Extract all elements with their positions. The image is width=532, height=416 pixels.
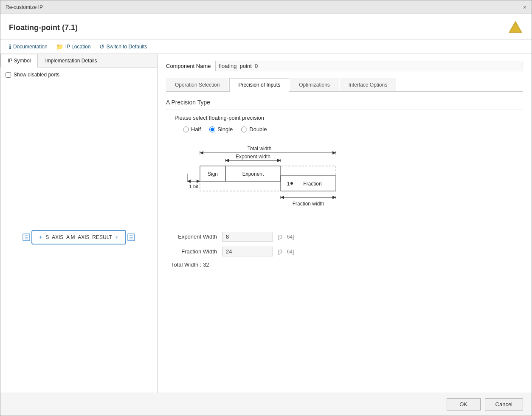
switch-defaults-label: Switch to Defaults [107, 44, 147, 50]
total-width-label: Total Width : 32 [171, 261, 209, 268]
section-header: A Precision Type [166, 99, 523, 110]
left-panel-tabs: IP Symbol Implementation Details [0, 54, 157, 67]
tabs-bar: Operation Selection Precision of Inputs … [166, 78, 523, 92]
radio-group: Half Single Double [183, 126, 523, 132]
documentation-button[interactable]: ℹ Documentation [9, 43, 48, 50]
show-disabled-row: Show disabled ports [0, 67, 157, 82]
tab-precision-of-inputs[interactable]: Precision of Inputs [229, 78, 289, 92]
radio-double-label: Double [249, 126, 267, 132]
tab-interface-options[interactable]: Interface Options [340, 78, 396, 91]
main-window: Re-customize IP × Floating-point (7.1) ℹ… [0, 0, 532, 416]
exponent-width-row: Exponent Width [0 - 64] [166, 232, 523, 242]
component-name-row: Component Name [166, 61, 523, 71]
right-panel: Component Name Operation Selection Preci… [158, 54, 532, 393]
svg-marker-39 [281, 196, 284, 199]
tab-optimizations[interactable]: Optimizations [290, 78, 339, 91]
refresh-icon: ↺ [99, 43, 104, 50]
precision-question: Please select floating-point precision [175, 115, 523, 121]
svg-text:1-bit: 1-bit [189, 184, 198, 189]
close-button[interactable]: × [523, 4, 526, 11]
radio-single-input[interactable] [209, 126, 215, 132]
component-name-input[interactable] [215, 61, 524, 71]
component-name-label: Component Name [166, 63, 211, 69]
right-port-icon [127, 233, 135, 242]
fraction-width-input[interactable] [222, 247, 273, 256]
left-port-icon [22, 233, 31, 242]
radio-double-input[interactable] [241, 126, 247, 132]
show-disabled-label: Show disabled ports [14, 72, 59, 78]
diagram-svg: Total width Exponent width Sign [183, 143, 361, 223]
svg-marker-21 [277, 159, 281, 162]
svg-marker-20 [225, 159, 229, 162]
total-width-row: Total Width : 32 [166, 261, 523, 268]
fraction-width-row: Fraction Width [0 - 64] [166, 247, 523, 256]
ip-location-label: IP Location [65, 44, 91, 50]
documentation-label: Documentation [13, 44, 48, 50]
fraction-width-range: [0 - 64] [278, 249, 294, 255]
title-bar: Re-customize IP × [0, 0, 532, 14]
radio-single-label: Single [217, 126, 233, 132]
radio-double[interactable]: Double [241, 126, 267, 132]
radio-half-input[interactable] [183, 126, 189, 132]
toolbar: ℹ Documentation 📁 IP Location ↺ Switch t… [0, 40, 532, 54]
svg-marker-30 [197, 180, 200, 183]
info-icon: ℹ [9, 43, 11, 50]
plus-right-icon: + [115, 234, 118, 240]
plus-left-icon: + [39, 234, 42, 240]
svg-marker-14 [200, 151, 203, 155]
title-bar-text: Re-customize IP [6, 4, 43, 10]
svg-text:Fraction: Fraction [303, 181, 321, 187]
tab-content: A Precision Type Please select floating-… [166, 99, 523, 386]
footer: OK Cancel [0, 393, 532, 416]
left-panel: IP Symbol Implementation Details Show di… [0, 54, 158, 393]
header: Floating-point (7.1) [0, 14, 532, 40]
folder-icon: 📁 [56, 43, 63, 50]
tab-ip-symbol[interactable]: IP Symbol [0, 54, 38, 67]
svg-text:Exponent: Exponent [242, 171, 264, 177]
svg-marker-29 [187, 180, 191, 183]
cancel-button[interactable]: Cancel [485, 398, 523, 410]
ip-symbol-block: + S_AXIS_A M_AXIS_RESULT + [31, 230, 126, 245]
main-content: IP Symbol Implementation Details Show di… [0, 54, 532, 393]
ok-button[interactable]: OK [447, 398, 481, 410]
ip-canvas: + S_AXIS_A M_AXIS_RESULT + [0, 82, 157, 393]
radio-half[interactable]: Half [183, 126, 201, 132]
app-title: Floating-point (7.1) [9, 23, 78, 32]
tab-implementation-details[interactable]: Implementation Details [38, 54, 104, 67]
svg-text:Total width: Total width [248, 146, 272, 152]
logo-icon [508, 20, 523, 35]
switch-defaults-button[interactable]: ↺ Switch to Defaults [99, 43, 147, 50]
svg-marker-40 [332, 196, 336, 199]
exponent-width-range: [0 - 64] [278, 234, 294, 240]
show-disabled-checkbox[interactable] [6, 72, 11, 78]
fields-section: Exponent Width [0 - 64] Fraction Width [… [166, 232, 523, 268]
exponent-width-input[interactable] [222, 232, 273, 242]
ip-location-button[interactable]: 📁 IP Location [56, 43, 91, 50]
svg-text:Fraction width: Fraction width [293, 201, 324, 207]
svg-text:1: 1 [287, 181, 290, 187]
tab-operation-selection[interactable]: Operation Selection [166, 78, 228, 91]
precision-diagram: Total width Exponent width Sign [183, 143, 361, 223]
radio-half-label: Half [191, 126, 201, 132]
fraction-width-label: Fraction Width [166, 248, 217, 255]
exponent-width-label: Exponent Width [166, 233, 217, 240]
svg-marker-15 [332, 151, 336, 155]
svg-text:Exponent width: Exponent width [236, 154, 270, 160]
svg-point-34 [290, 182, 293, 185]
ip-symbol-label: S_AXIS_A M_AXIS_RESULT [45, 234, 112, 240]
radio-single[interactable]: Single [209, 126, 233, 132]
svg-text:Sign: Sign [208, 171, 218, 177]
